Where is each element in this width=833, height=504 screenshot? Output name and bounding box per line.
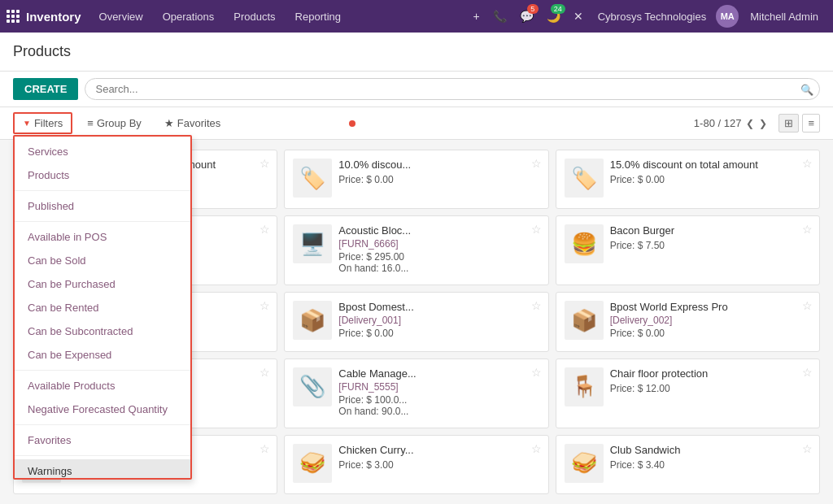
prev-page-button[interactable]: ❮ [746, 118, 754, 129]
chat-badge: 5 [527, 4, 539, 14]
filter-available-products[interactable]: Available Products [15, 374, 190, 398]
product-name: Bpost Domest... [338, 301, 539, 315]
filter-negative-forecasted[interactable]: Negative Forecasted Quantity [15, 398, 190, 421]
product-card: 🥪 Chicken Curry... Price: $ 3.00 ☆ [284, 435, 548, 494]
filter-favorites[interactable]: Favorites [15, 428, 190, 452]
product-name: Cable Manage... [338, 367, 539, 381]
product-price: Price: $ 7.50 [610, 240, 811, 251]
favorite-star-icon[interactable]: ☆ [259, 442, 270, 455]
product-price: Price: $ 0.00 [610, 328, 811, 339]
product-image: 🥪 [293, 444, 332, 483]
favorite-star-icon[interactable]: ☆ [259, 223, 270, 236]
search-input[interactable] [85, 78, 820, 100]
product-name: 10.0% discou... [338, 159, 539, 172]
favorite-star-icon[interactable]: ☆ [531, 442, 542, 455]
filter-can-be-sold[interactable]: Can be Sold [15, 249, 190, 272]
product-card: 🖥️ Acoustic Bloc... [FURN_6666] Price: $… [284, 215, 548, 285]
filter-can-be-purchased[interactable]: Can be Purchased [15, 272, 190, 296]
groupby-label: Group By [97, 117, 142, 129]
dropdown-section-5: Warnings Archived [15, 456, 190, 478]
favorite-star-icon[interactable]: ☆ [802, 157, 813, 170]
page-header: Products [0, 33, 833, 72]
product-card: 🏷️ 15.0% discount on total amount Price:… [556, 150, 820, 209]
product-image: 🖥️ [293, 224, 332, 263]
next-page-button[interactable]: ❯ [759, 118, 767, 129]
product-info: 10.0% discou... Price: $ 0.00 [338, 159, 539, 185]
favorite-star-icon[interactable]: ☆ [259, 366, 270, 379]
favorite-star-icon[interactable]: ☆ [259, 299, 270, 312]
favorite-star-icon[interactable]: ☆ [802, 299, 813, 312]
favorite-star-icon[interactable]: ☆ [802, 366, 813, 379]
filters-button[interactable]: ▼ Filters [13, 112, 72, 134]
product-card: 📦 Bpost Domest... [Delivery_001] Price: … [284, 292, 548, 351]
dropdown-section-3: Available Products Negative Forecasted Q… [15, 371, 190, 425]
product-price: Price: $ 12.00 [610, 383, 811, 394]
nav-products[interactable]: Products [225, 0, 283, 33]
dropdown-section-4: Favorites [15, 425, 190, 456]
product-image: 🍔 [565, 224, 604, 263]
filter-products[interactable]: Products [15, 163, 190, 187]
favorites-button[interactable]: ★ Favorites [156, 114, 229, 133]
add-menu-button[interactable]: + [469, 0, 485, 33]
kanban-view-button[interactable]: ⊞ [778, 114, 799, 133]
favorite-star-icon[interactable]: ☆ [802, 223, 813, 236]
create-button[interactable]: CREATE [13, 78, 78, 100]
product-price: Price: $ 295.00 [338, 251, 539, 263]
pagination: 1-80 / 127 ❮ ❯ ⊞ ≡ [694, 114, 820, 133]
product-info: Club Sandwich Price: $ 3.40 [610, 444, 811, 471]
favorite-star-icon[interactable]: ☆ [802, 442, 813, 455]
product-card: 🥪 Club Sandwich Price: $ 3.40 ☆ [556, 435, 820, 494]
product-name: Bpost World Express Pro [610, 301, 811, 315]
favorite-star-icon[interactable]: ☆ [531, 299, 542, 312]
filter-services[interactable]: Services [15, 140, 190, 163]
product-image: 🥪 [565, 444, 604, 483]
filter-can-be-rented[interactable]: Can be Rented [15, 296, 190, 319]
product-stock: On hand: 16.0... [338, 263, 539, 274]
product-card: 🍔 Bacon Burger Price: $ 7.50 ☆ [556, 215, 820, 285]
nav-reporting[interactable]: Reporting [287, 0, 349, 33]
filter-published[interactable]: Published [15, 194, 190, 218]
groupby-icon: ≡ [87, 117, 94, 129]
product-image: 📦 [293, 301, 332, 340]
product-name: Bacon Burger [610, 224, 811, 238]
product-price: Price: $ 0.00 [338, 174, 539, 185]
user-name[interactable]: Mitchell Admin [742, 0, 826, 33]
favorite-star-icon[interactable]: ☆ [259, 157, 270, 170]
filter-dropdown: Services Products Published Available in… [13, 135, 192, 480]
groupby-button[interactable]: ≡ Group By [79, 114, 150, 133]
filter-warnings[interactable]: Warnings [15, 459, 190, 478]
view-toggle: ⊞ ≡ [778, 114, 820, 133]
list-view-button[interactable]: ≡ [802, 114, 820, 133]
nav-operations[interactable]: Operations [155, 0, 223, 33]
product-price: Price: $ 0.00 [610, 174, 811, 185]
nav-overview[interactable]: Overview [91, 0, 151, 33]
product-info: Chair floor protection Price: $ 12.00 [610, 367, 811, 394]
nav-icons-group: + 📞 💬 5 🌙 24 ✕ Cybrosys Technologies MA … [469, 0, 826, 33]
chat-icon[interactable]: 💬 5 [515, 0, 539, 33]
user-avatar[interactable]: MA [716, 5, 739, 28]
favorite-star-icon[interactable]: ☆ [531, 366, 542, 379]
product-code: [Delivery_001] [338, 315, 539, 326]
dropdown-section-0: Services Products [15, 137, 190, 191]
product-name: 15.0% discount on total amount [610, 159, 811, 172]
filter-can-be-expensed[interactable]: Can be Expensed [15, 343, 190, 367]
filter-indicator-dot [349, 120, 355, 127]
favorite-star-icon[interactable]: ☆ [531, 157, 542, 170]
phone-icon[interactable]: 📞 [488, 0, 512, 33]
product-image: 🏷️ [293, 159, 332, 198]
activity-icon[interactable]: 🌙 24 [542, 0, 565, 33]
product-info: Acoustic Bloc... [FURN_6666] Price: $ 29… [338, 224, 539, 274]
filter-can-be-subcontracted[interactable]: Can be Subcontracted [15, 319, 190, 343]
product-name: Chair floor protection [610, 367, 811, 381]
close-icon[interactable]: ✕ [569, 0, 588, 33]
app-logo[interactable]: Inventory [7, 10, 81, 24]
page-title: Products [13, 43, 71, 60]
favorite-star-icon[interactable]: ☆ [531, 223, 542, 236]
product-name: Chicken Curry... [338, 444, 539, 458]
product-code: [Delivery_002] [610, 315, 811, 326]
product-info: Cable Manage... [FURN_5555] Price: $ 100… [338, 367, 539, 417]
search-icon[interactable]: 🔍 [800, 83, 813, 95]
filter-available-pos[interactable]: Available in POS [15, 225, 190, 249]
product-image: 🪑 [565, 367, 604, 406]
product-code: [FURN_6666] [338, 238, 539, 250]
